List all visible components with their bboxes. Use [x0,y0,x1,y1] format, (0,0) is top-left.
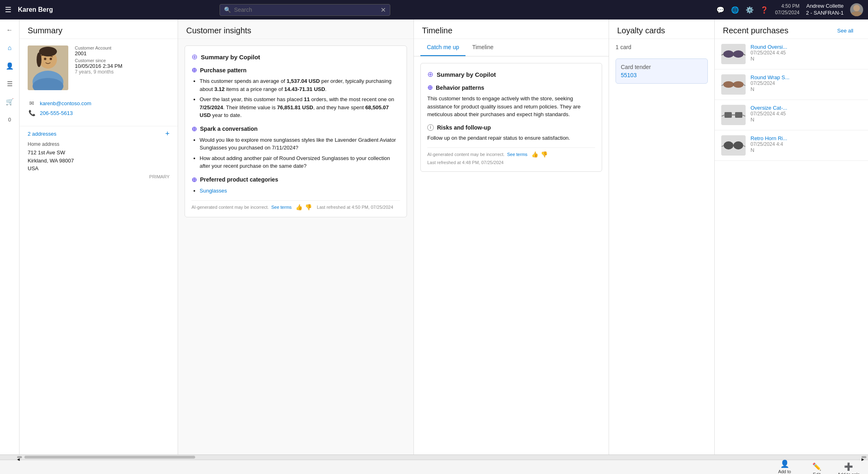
scrollbar-right-arrow[interactable]: ▸ [861,456,866,458]
copilot-icon: ⊕ [191,52,198,61]
purchase-price-4: N [751,147,861,153]
address-primary-tag: PRIMARY [28,174,170,179]
add-to-sale-icon: ➕ [844,462,853,471]
clear-search-icon[interactable]: ✕ [381,6,386,14]
purchase-info-2: Round Wrap S... 07/25/2024 N [751,74,861,92]
thumbs-down-icon[interactable]: 👎 [305,204,312,210]
help-icon[interactable]: ❓ [760,6,768,14]
purchase-name-2[interactable]: Round Wrap S... [751,74,861,80]
hamburger-menu-icon[interactable]: ☰ [5,5,11,14]
purchase-name-4[interactable]: Retro Horn Ri... [751,135,861,141]
phone-number[interactable]: 206-555-5613 [40,110,73,116]
svg-point-29 [724,141,733,149]
timeline-panel: Timeline Catch me up Timeline ⊕ Summary … [414,19,609,455]
sidebar-item-cart[interactable]: 🛒 [2,94,17,109]
insights-copilot-title: Summary by Copilot [201,54,260,61]
sidebar-item-badge[interactable]: 0 [2,112,17,127]
customer-insights-panel: Customer insights ⊕ Summary by Copilot ⊕… [178,19,414,455]
purchase-name-3[interactable]: Oversize Cat-... [751,105,861,111]
top-navigation: ☰ Karen Berg 🔍 ✕ 💬 🌐 ⚙️ ❓ 4:50 PM 07/25/… [0,0,868,19]
timeline-see-terms-link[interactable]: See terms [507,152,527,157]
customer-since-date: 10/05/2016 2:34 PM [75,63,170,69]
tab-timeline[interactable]: Timeline [466,39,500,56]
behavior-patterns-title: ⊕ Behavior patterns [427,84,595,91]
page-title: Karen Berg [18,6,53,13]
list-item: Over the last year, this customer has pl… [200,95,400,119]
summary-panel-header: Summary [20,19,178,39]
svg-point-30 [733,141,743,149]
sidebar-item-menu[interactable]: ☰ [2,76,17,91]
add-to-client-book-icon: 👤 [780,459,789,468]
preferred-categories-list: Sunglasses [191,187,400,195]
loyalty-panel-header: Loyalty cards [609,19,714,39]
insights-copilot-card: ⊕ Summary by Copilot ⊕ Purchase pattern … [185,45,407,217]
email-icon: ✉ [28,100,36,106]
purchase-date-2: 07/25/2024 [751,80,861,86]
purchase-price-3: N [751,117,861,123]
timeline-ai-disclaimer: AI-generated content may be incorrect. [427,152,505,157]
address-line3: USA [28,164,170,173]
purchase-item-3: Oversize Cat-... 07/25/2024 4:45 N [715,100,868,130]
topnav-time-block: 4:50 PM 07/25/2024 [775,3,799,16]
purchase-date-3: 07/25/2024 4:45 [751,111,861,117]
horizontal-scrollbar[interactable]: ◂ ▸ [0,455,868,459]
email-link[interactable]: karenb@contoso.com [40,100,91,106]
sidebar-item-home[interactable]: ⌂ [2,41,17,55]
list-item: Sunglasses [200,187,400,195]
add-to-sale-label: Add to sale [838,472,860,474]
address-header: 2 addresses + [28,130,170,138]
purchase-item-1: Round Oversi... 07/25/2024 4:45 N [715,39,868,69]
see-all-link[interactable]: See all [837,28,853,34]
risks-followup-title: i Risks and follow-up [427,124,595,131]
edit-button[interactable]: ✏️ Edit [812,462,821,474]
see-terms-link[interactable]: See terms [271,205,292,210]
edit-icon: ✏️ [812,462,821,471]
chat-icon[interactable]: 💬 [716,6,724,14]
purchase-item-2: Round Wrap S... 07/25/2024 N [715,69,868,100]
purchase-name-1[interactable]: Round Oversi... [751,44,861,50]
spark-conversation-section: ⊕ Spark a conversation Would you like to… [191,125,400,170]
search-icon: 🔍 [224,6,231,13]
purchase-price-1: N [751,56,861,62]
spark-conversation-title: ⊕ Spark a conversation [191,125,400,133]
phone-row: 📞 206-555-5613 [28,110,170,116]
purchases-panel-header: Recent purchases See all [715,19,868,39]
scrollbar-left-arrow[interactable]: ◂ [17,456,22,458]
add-to-sale-button[interactable]: ➕ Add to sale [838,462,860,474]
timeline-thumbs-down-icon[interactable]: 👎 [541,151,548,158]
add-address-icon[interactable]: + [165,130,170,138]
svg-point-11 [723,50,734,58]
profile-photo-image [28,45,68,90]
loyalty-card-tender-label: Card tender [621,64,703,70]
thumbs-up-icon[interactable]: 👍 [296,204,302,210]
timeline-copilot-header: ⊕ Summary by Copilot [427,70,595,79]
customer-account-row: Customer Account 2001 [75,45,170,56]
edit-label: Edit [813,472,820,474]
ai-disclaimer-text: AI-generated content may be incorrect. [191,205,269,210]
sidebar-item-person[interactable]: 👤 [2,58,17,73]
email-row: ✉ karenb@contoso.com [28,100,170,106]
add-to-client-book-button[interactable]: 👤 Add to Client Book [773,459,796,474]
tab-catch-me-up[interactable]: Catch me up [420,39,466,56]
purchase-item-4: Retro Horn Ri... 07/25/2024 4:4 N [715,130,868,161]
user-name: Andrew Collette [806,3,844,10]
sidebar-item-back[interactable]: ← [2,23,17,37]
address-line1: 712 1st Ave SW [28,149,170,157]
search-bar: 🔍 ✕ [220,4,390,16]
profile-details: Customer Account 2001 Customer since 10/… [75,45,170,90]
address-count[interactable]: 2 addresses [28,131,57,137]
category-link[interactable]: Sunglasses [200,188,227,194]
customer-since-label: Customer since [75,58,170,63]
avatar[interactable] [850,3,863,16]
purchase-thumb-1 [721,44,746,64]
current-time: 4:50 PM [775,3,799,10]
loyalty-card-count: 1 card [609,39,714,52]
globe-icon[interactable]: 🌐 [731,6,739,14]
sunglasses-image-3 [721,105,746,125]
settings-icon[interactable]: ⚙️ [746,6,754,14]
search-input[interactable] [234,6,377,13]
insights-ai-footer: AI-generated content may be incorrect. S… [191,200,400,210]
scrollbar-thumb[interactable] [24,456,195,459]
timeline-thumbs-up-icon[interactable]: 👍 [531,151,538,158]
address-line2: Kirkland, WA 98007 [28,157,170,165]
